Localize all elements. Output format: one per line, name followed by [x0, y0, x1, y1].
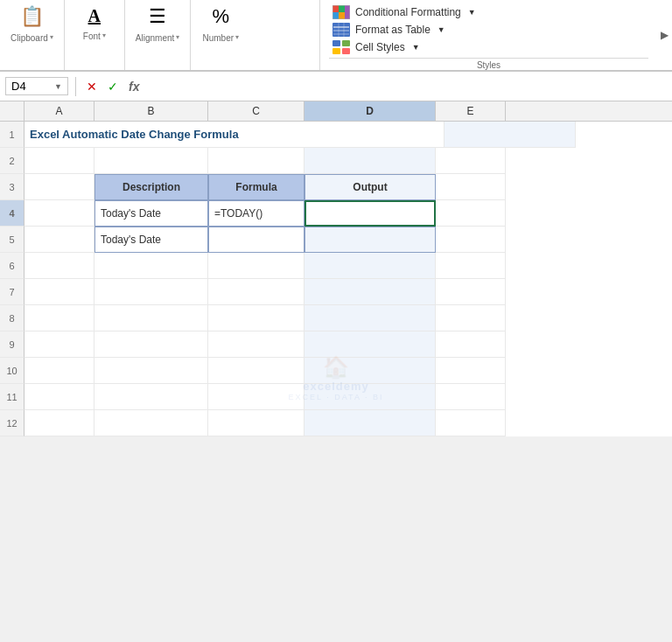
cell-b6[interactable]	[94, 253, 208, 279]
cell-c2[interactable]	[208, 148, 304, 174]
row-header-2[interactable]: 2	[0, 148, 24, 174]
cell-a8[interactable]	[24, 305, 94, 331]
cell-c7[interactable]	[208, 279, 304, 305]
col-header-a[interactable]: A	[24, 101, 94, 121]
cell-a5[interactable]	[24, 227, 94, 253]
cell-a12[interactable]	[24, 410, 94, 436]
cell-b7[interactable]	[94, 279, 208, 305]
cell-c4[interactable]: =TODAY()	[208, 200, 304, 227]
cell-c5[interactable]	[208, 227, 304, 253]
table-row: 8	[0, 305, 672, 331]
col-header-e[interactable]: E	[436, 101, 506, 121]
cell-a7[interactable]	[24, 279, 94, 305]
cell-e1[interactable]	[444, 122, 576, 148]
number-button[interactable]: %	[201, 3, 240, 30]
cell-a6[interactable]	[24, 253, 94, 279]
cell-c12[interactable]	[208, 410, 304, 436]
table-row: 7	[0, 279, 672, 305]
cell-d6[interactable]	[304, 253, 436, 279]
cell-a4[interactable]	[24, 200, 94, 227]
ribbon-group-number: % Number ▾	[191, 0, 250, 70]
cell-e2[interactable]	[436, 148, 506, 174]
table-row: 1 Excel Automatic Date Change Formula	[0, 122, 672, 148]
alignment-label: Alignment	[136, 33, 174, 43]
cell-a3[interactable]	[24, 174, 94, 200]
cell-e5[interactable]	[436, 227, 506, 253]
corner-cell	[0, 101, 24, 121]
cell-b10[interactable]	[94, 358, 208, 384]
format-as-table-button[interactable]: Format as Table ▼	[329, 21, 648, 38]
svg-rect-0	[332, 5, 339, 12]
row-header-5[interactable]: 5	[0, 227, 24, 253]
cell-e11[interactable]	[436, 384, 506, 410]
alignment-button[interactable]: ☰	[138, 3, 177, 30]
cell-c8[interactable]	[208, 305, 304, 331]
font-label: Font	[83, 31, 101, 41]
formula-fx-button[interactable]: fx	[125, 78, 143, 95]
formula-cancel-button[interactable]: ✕	[83, 78, 101, 95]
cell-styles-icon	[332, 40, 350, 54]
col-headers-row: A B C D E	[0, 101, 672, 122]
cell-e7[interactable]	[436, 279, 506, 305]
cell-c3-header[interactable]: Formula	[208, 174, 304, 200]
cell-styles-button[interactable]: Cell Styles ▼	[329, 38, 648, 56]
app-window: 📋 Clipboard ▾ A Font ▾	[0, 0, 672, 436]
cell-b4[interactable]: Today's Date	[94, 200, 208, 227]
cell-b11[interactable]	[94, 384, 208, 410]
row2-description: Today's Date	[101, 234, 161, 246]
cell-d7[interactable]	[304, 279, 436, 305]
ribbon-left-groups: 📋 Clipboard ▾ A Font ▾	[0, 0, 319, 70]
svg-rect-2	[332, 12, 339, 19]
cell-d12[interactable]	[304, 410, 436, 436]
row-header-1[interactable]: 1	[0, 122, 24, 148]
cell-d5[interactable]	[304, 227, 436, 253]
conditional-formatting-button[interactable]: Conditional Formatting ▼	[329, 3, 648, 21]
formula-confirm-button[interactable]: ✓	[104, 78, 122, 95]
cell-b9[interactable]	[94, 331, 208, 358]
alignment-icon: ☰	[149, 7, 166, 26]
cell-e10[interactable]	[436, 358, 506, 384]
col-header-d[interactable]: D	[304, 101, 436, 121]
cell-e4[interactable]	[436, 200, 506, 227]
cell-a1[interactable]: Excel Automatic Date Change Formula	[24, 122, 444, 148]
cell-ref-box[interactable]: D4 ▼	[5, 77, 68, 95]
cell-e9[interactable]	[436, 331, 506, 358]
ribbon-expand-button[interactable]: ▶	[657, 29, 672, 41]
cell-a10[interactable]	[24, 358, 94, 384]
cell-d8[interactable]	[304, 305, 436, 331]
cell-e12[interactable]	[436, 410, 506, 436]
cell-d3-header[interactable]: Output	[304, 174, 436, 200]
cell-a2[interactable]	[24, 148, 94, 174]
row-header-3[interactable]: 3	[0, 174, 24, 200]
cell-e8[interactable]	[436, 305, 506, 331]
row-header-4[interactable]: 4	[0, 200, 24, 227]
font-button[interactable]: A	[75, 3, 114, 28]
row1-description: Today's Date	[101, 207, 161, 220]
svg-rect-1	[339, 5, 345, 12]
cell-c9[interactable]	[208, 331, 304, 358]
svg-rect-9	[333, 33, 349, 35]
cell-e6[interactable]	[436, 253, 506, 279]
cell-b8[interactable]	[94, 305, 208, 331]
cell-b2[interactable]	[94, 148, 208, 174]
cell-d4[interactable]	[304, 200, 436, 227]
cell-d2[interactable]	[304, 148, 436, 174]
spreadsheet: A B C D E 1 Excel Automatic Date Change …	[0, 101, 672, 436]
cell-b5[interactable]: Today's Date	[94, 227, 208, 253]
watermark-sub: EXCEL · DATA · BI	[289, 393, 384, 401]
cell-a9[interactable]	[24, 331, 94, 358]
table-row: 4 Today's Date =TODAY()	[0, 200, 672, 227]
cell-b12[interactable]	[94, 410, 208, 436]
cell-b3-header[interactable]: Description	[94, 174, 208, 200]
table-row: 5 Today's Date	[0, 227, 672, 253]
formula-input[interactable]	[146, 78, 667, 94]
cell-e3[interactable]	[436, 174, 506, 200]
col-header-c[interactable]: C	[208, 101, 304, 121]
cell-styles-label: Cell Styles	[355, 41, 405, 53]
clipboard-button[interactable]: 📋	[12, 3, 51, 30]
col-header-b[interactable]: B	[94, 101, 208, 121]
cell-a11[interactable]	[24, 384, 94, 410]
cell-c6[interactable]	[208, 253, 304, 279]
cell-d9[interactable]	[304, 331, 436, 358]
clipboard-arrow: ▾	[50, 33, 53, 41]
